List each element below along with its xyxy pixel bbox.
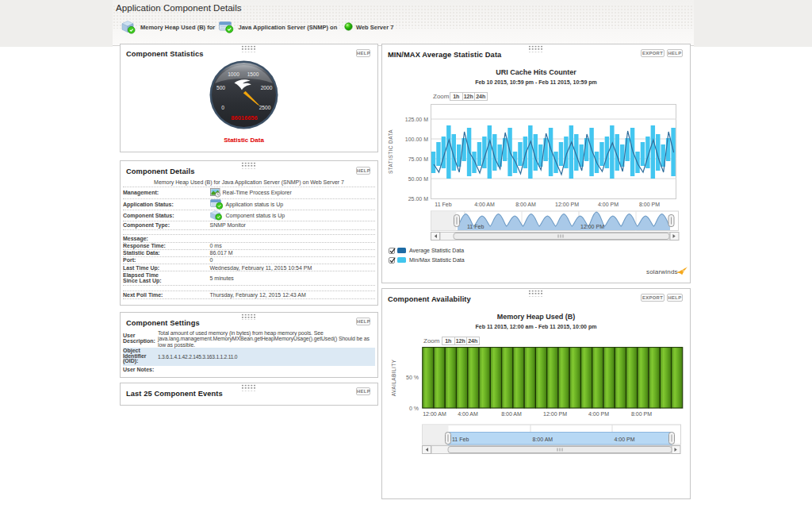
svg-text:4:00 PM: 4:00 PM (615, 437, 635, 442)
svg-text:4:00 AM: 4:00 AM (474, 202, 495, 207)
svg-text:4:00 PM: 4:00 PM (588, 411, 609, 417)
svg-text:8:00 PM: 8:00 PM (631, 411, 652, 417)
svg-text:0: 0 (221, 105, 224, 110)
svg-text:1000: 1000 (228, 71, 239, 77)
svg-text:500: 500 (216, 85, 225, 90)
svg-text:12:00 PM: 12:00 PM (543, 411, 567, 417)
svg-text:8:00 AM: 8:00 AM (533, 437, 553, 442)
svg-text:75.00 M: 75.00 M (408, 156, 428, 162)
svg-text:4:00 AM: 4:00 AM (458, 411, 478, 417)
svg-text:0 %: 0 % (409, 406, 419, 411)
svg-text:86016656: 86016656 (231, 114, 257, 121)
svg-text:12:00 AM: 12:00 AM (423, 411, 446, 417)
svg-text:100.00 M: 100.00 M (405, 137, 428, 142)
svg-text:STATISTIC DATA: STATISTIC DATA (388, 129, 393, 174)
svg-text:2000: 2000 (261, 85, 273, 90)
svg-text:11 Feb: 11 Feb (452, 437, 469, 442)
svg-text:50 %: 50 % (406, 375, 419, 380)
svg-text:8:00 AM: 8:00 AM (515, 202, 536, 207)
svg-text:8:00 AM: 8:00 AM (501, 411, 522, 417)
svg-text:25.00 M: 25.00 M (408, 196, 428, 202)
svg-text:125.00 M: 125.00 M (405, 117, 428, 122)
svg-text:2500: 2500 (259, 105, 271, 110)
svg-text:12:00 PM: 12:00 PM (555, 202, 579, 207)
svg-text:11 Feb: 11 Feb (435, 202, 451, 207)
svg-text:8:00 PM: 8:00 PM (639, 202, 660, 207)
svg-text:4:00 PM: 4:00 PM (598, 202, 619, 207)
svg-text:1500: 1500 (247, 71, 259, 77)
svg-text:50.00 M: 50.00 M (408, 176, 428, 182)
svg-text:AVAILABILITY: AVAILABILITY (391, 360, 396, 397)
svg-text:11 Feb: 11 Feb (467, 224, 484, 229)
svg-text:12:00 PM: 12:00 PM (580, 224, 604, 229)
